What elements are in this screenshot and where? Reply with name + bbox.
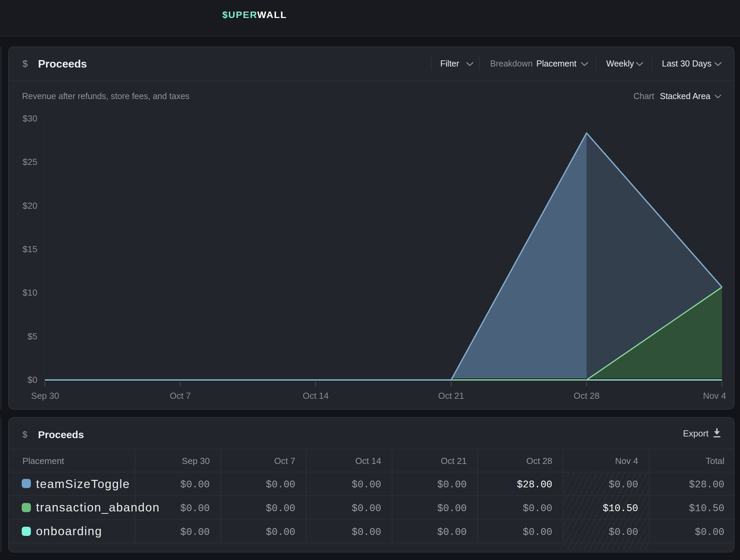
svg-text:$25: $25 [23,157,37,167]
svg-text:$20: $20 [23,201,37,211]
svg-text:Oct 7: Oct 7 [170,391,191,401]
svg-text:$30: $30 [23,113,37,124]
svg-text:$10: $10 [23,287,37,298]
svg-text:Oct 21: Oct 21 [438,391,464,401]
svg-text:$0: $0 [27,375,37,385]
svg-text:Oct 14: Oct 14 [303,391,329,401]
svg-text:Sep 30: Sep 30 [31,391,59,401]
svg-text:$15: $15 [23,244,37,254]
svg-text:$5: $5 [27,331,37,341]
svg-text:Oct 28: Oct 28 [574,391,600,401]
svg-text:Nov 4: Nov 4 [703,391,726,401]
